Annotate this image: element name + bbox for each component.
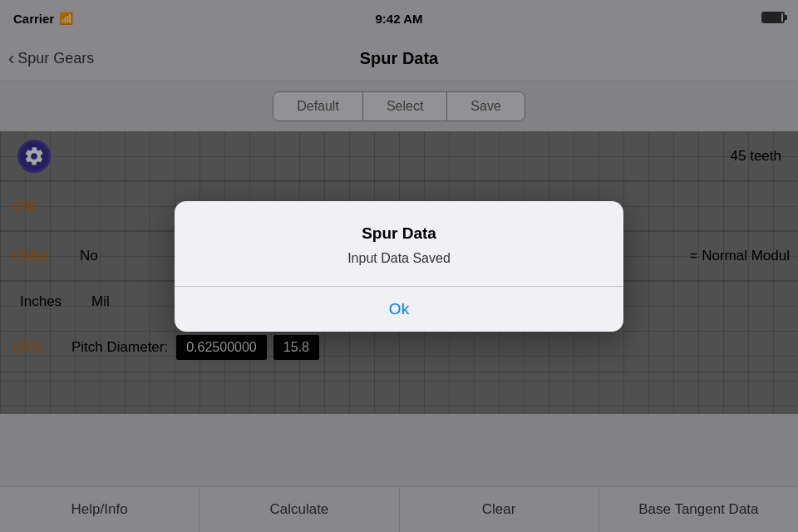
modal-title: Spur Data [195, 224, 603, 243]
modal-body: Spur Data Input Data Saved [175, 201, 623, 286]
modal-message: Input Data Saved [195, 251, 603, 266]
modal-dialog: Spur Data Input Data Saved Ok [175, 201, 623, 332]
modal-overlay: Spur Data Input Data Saved Ok [0, 0, 798, 532]
modal-actions: Ok [175, 287, 623, 332]
modal-ok-button[interactable]: Ok [175, 287, 623, 332]
